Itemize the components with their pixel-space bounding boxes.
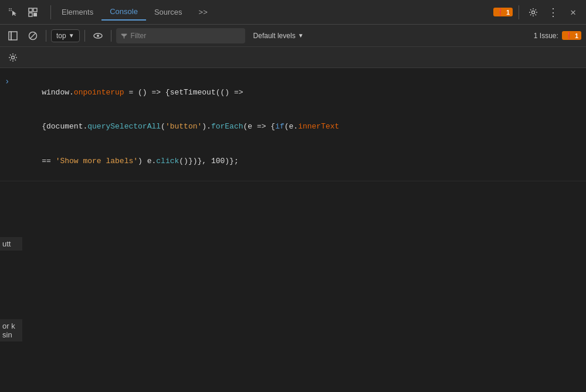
eye-icon-btn[interactable] [90, 28, 106, 44]
code-paren-close: ). [202, 122, 211, 131]
settings-gear-btn[interactable] [5, 49, 21, 66]
sidebar-toggle-btn[interactable] [5, 28, 21, 44]
svg-rect-3 [11, 10, 12, 11]
settings-gear-icon [8, 53, 18, 62]
svg-rect-10 [11, 32, 17, 40]
code-assign: = () => {setTimeout(() => [124, 88, 243, 97]
eye-icon [93, 31, 103, 40]
code-queryselectorall: querySelectorAll [87, 122, 161, 131]
error-icon-symbol: ❗ [496, 8, 504, 16]
toolbar2 [0, 47, 586, 68]
context-selector[interactable]: top ▼ [51, 29, 80, 42]
code-foreach: forEach [211, 122, 243, 131]
issues-error-icon: ❗ 1 [562, 31, 581, 40]
code-click: ) e. [138, 157, 156, 165]
svg-point-8 [532, 11, 535, 13]
issues-count: 1 [575, 32, 578, 39]
svg-rect-1 [11, 8, 12, 9]
svg-point-15 [12, 56, 15, 59]
partial-left-top: utt [0, 237, 22, 251]
code-window: window. [42, 88, 74, 97]
code-innertext: innerText [298, 122, 339, 131]
error-icon: ❗ 1 [493, 8, 513, 16]
code-paren-open: ( [161, 122, 165, 131]
svg-rect-2 [9, 10, 10, 11]
gear-icon [529, 8, 538, 17]
console-content: utt or k sin › window.onpointerup = () =… [0, 68, 586, 392]
tab-more[interactable]: >> [191, 4, 216, 20]
code-end: ()})}, 100)}; [179, 157, 238, 165]
issues-label: 1 Issue: ❗ 1 [534, 31, 581, 40]
inspect-icon-btn[interactable] [25, 4, 41, 21]
code-foreach-open: (e => { [243, 122, 276, 131]
console-code: window.onpointerup = () => {setTimeout((… [14, 75, 339, 178]
levels-label: Default levels [253, 32, 296, 40]
code-eq: == [42, 157, 55, 165]
cursor-icon [8, 8, 18, 17]
tab-bar-right: ❗ 1 ⋮ ✕ [493, 4, 581, 21]
close-icon: ✕ [570, 6, 576, 18]
levels-arrow-icon: ▼ [298, 32, 304, 39]
svg-rect-4 [29, 8, 32, 12]
console-entry: › window.onpointerup = () => {setTimeout… [0, 73, 586, 181]
inspect-icon [28, 8, 38, 17]
code-string-button: 'button' [165, 122, 202, 131]
code-if-paren: (e. [284, 122, 298, 131]
toolbar-divider-1 [46, 30, 46, 42]
filter-icon [121, 32, 127, 39]
cursor-icon-btn[interactable] [5, 4, 21, 21]
toolbar-divider-2 [84, 30, 85, 42]
code-click-method: click [156, 157, 179, 165]
tab-divider-1 [50, 5, 51, 19]
partial-left-bottom-text2: sin [2, 330, 20, 339]
error-badge: ❗ 1 [493, 8, 513, 16]
svg-rect-5 [33, 8, 37, 12]
levels-selector[interactable]: Default levels ▼ [249, 30, 309, 42]
more-options-btn[interactable]: ⋮ [545, 4, 561, 21]
tab-bar-left [5, 4, 41, 21]
svg-rect-6 [29, 13, 32, 16]
context-dropdown-arrow: ▼ [69, 32, 74, 39]
code-onpointerup: onpointerup [74, 88, 124, 97]
toolbar-divider-3 [111, 30, 111, 42]
filter-input[interactable] [131, 32, 241, 40]
partial-left-bottom: or k sin [0, 319, 22, 342]
code-string-showmore: 'Show more labels' [56, 157, 138, 165]
svg-line-12 [31, 33, 35, 38]
console-prompt: › [5, 76, 9, 88]
close-btn[interactable]: ✕ [565, 4, 581, 21]
clear-icon [28, 31, 38, 40]
settings-icon-btn[interactable] [525, 4, 541, 21]
clear-btn[interactable] [25, 28, 41, 44]
tab-divider-2 [519, 5, 519, 19]
tab-sources[interactable]: Sources [146, 4, 191, 20]
code-document: {document. [42, 122, 87, 131]
svg-point-14 [97, 35, 99, 37]
svg-rect-7 [33, 13, 37, 16]
tab-bar: Elements Console Sources >> ❗ 1 ⋮ ✕ [0, 0, 586, 25]
partial-left-top-text: utt [2, 239, 11, 248]
context-label: top [56, 32, 66, 40]
more-dots-icon: ⋮ [548, 6, 559, 19]
issues-text: 1 Issue: [534, 32, 558, 40]
filter-input-wrap [116, 28, 245, 43]
tab-console[interactable]: Console [101, 4, 146, 21]
svg-rect-0 [9, 8, 10, 9]
error-count: 1 [506, 9, 510, 16]
code-if: if [275, 122, 284, 131]
tab-elements[interactable]: Elements [53, 4, 101, 20]
sidebar-icon [8, 31, 18, 40]
partial-left-bottom-text1: or k [2, 322, 20, 330]
toolbar: top ▼ Default levels ▼ 1 Issue: ❗ 1 [0, 25, 586, 47]
issues-icon-symbol: ❗ [565, 32, 573, 39]
